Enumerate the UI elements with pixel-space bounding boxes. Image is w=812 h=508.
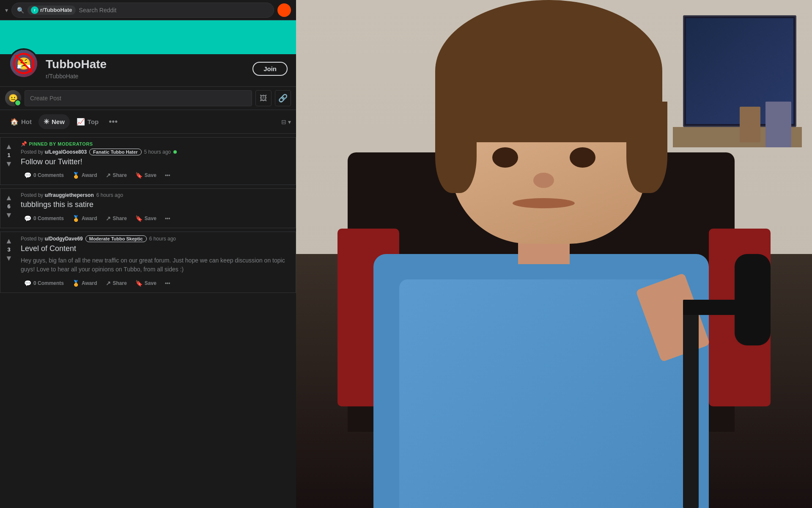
pinned-label: 📌 PINNED BY MODERATORS (21, 141, 93, 147)
upvote-button[interactable]: ▲ (5, 194, 13, 202)
sort-more-button[interactable]: ••• (105, 115, 121, 128)
comment-icon: 💬 (24, 280, 31, 287)
share-button[interactable]: ↗ Share (102, 213, 130, 224)
posts-container: ▲ 1 ▼ 📌 PINNED BY MODERATORS Posted by u… (0, 134, 296, 508)
post-title: Level of Content (21, 244, 292, 254)
post-title: Follow our Twitter! (21, 157, 292, 167)
online-indicator (173, 150, 177, 154)
share-icon: ↗ (106, 280, 111, 287)
link-icon[interactable]: 🔗 (275, 90, 291, 106)
award-button[interactable]: 🏅 Award (69, 169, 100, 181)
comments-button[interactable]: 💬 0 Comments (21, 277, 67, 289)
sort-bar: 🏠 Hot ✳ New 📈 Top ••• ⊟ ▾ (0, 110, 296, 134)
sort-new-button[interactable]: ✳ New (38, 114, 70, 129)
stream-content (296, 0, 812, 508)
post-actions: 💬 0 Comments 🏅 Award ↗ Share 🔖 Save (21, 277, 292, 289)
subreddit-pill: r r/TubboHate (27, 6, 76, 15)
save-icon: 🔖 (135, 172, 143, 179)
nav-user-avatar[interactable] (277, 3, 291, 17)
subreddit-pill-icon: r (31, 6, 38, 14)
downvote-button[interactable]: ▼ (5, 160, 13, 168)
sort-hot-button[interactable]: 🏠 Hot (5, 114, 37, 129)
post-author: Posted by u/frauggietheperson (21, 192, 94, 198)
streamer-scene (296, 0, 812, 508)
save-icon: 🔖 (135, 280, 143, 287)
vote-column: ▲ 1 ▼ (0, 141, 17, 181)
post-time: 6 hours ago (96, 192, 123, 198)
post-item[interactable]: ▲ 3 ▼ Posted by u/DodgyDave69 Moderate T… (0, 232, 296, 293)
top-nav: ▾ 🔍 r r/TubboHate Search Reddit (0, 0, 296, 20)
post-flair: Moderate Tubbo Skeptic (85, 235, 147, 242)
share-button[interactable]: ↗ Share (102, 277, 130, 289)
save-button[interactable]: 🔖 Save (132, 213, 160, 224)
post-author-meta: Posted by u/LegalGoose803 Fanatic Tubbo … (21, 149, 292, 155)
upvote-button[interactable]: ▲ (5, 143, 13, 150)
post-body-content: 📌 PINNED BY MODERATORS Posted by u/Legal… (21, 141, 292, 181)
person-nose (533, 173, 554, 188)
post-actions: 💬 0 Comments 🏅 Award ↗ Share 🔖 Save (21, 169, 292, 181)
save-button[interactable]: 🔖 Save (132, 169, 160, 181)
search-bar[interactable]: 🔍 r r/TubboHate Search Reddit (11, 3, 274, 18)
upvote-button[interactable]: ▲ (5, 237, 13, 245)
avatar-face-icon: 😐 (5, 90, 21, 106)
view-dropdown-icon: ▾ (288, 119, 291, 125)
comments-button[interactable]: 💬 0 Comments (21, 213, 67, 224)
award-icon: 🏅 (72, 172, 80, 179)
subreddit-info: TubboHate r/TubboHate (46, 58, 107, 80)
create-post-bar: 😐 🖼 🔗 (0, 86, 296, 110)
image-upload-icon[interactable]: 🖼 (255, 90, 272, 106)
award-icon: 🏅 (72, 215, 80, 222)
user-avatar: 😐 (5, 90, 21, 106)
vote-count: 1 (7, 152, 10, 158)
shelf-item-2 (740, 107, 760, 142)
post-author-meta: Posted by u/DodgyDave69 Moderate Tubbo S… (21, 235, 292, 242)
subreddit-banner (0, 20, 296, 54)
join-button[interactable]: Join (252, 62, 288, 76)
save-button[interactable]: 🔖 Save (132, 277, 160, 289)
vote-column: ▲ 3 ▼ (0, 235, 17, 289)
comments-button[interactable]: 💬 0 Comments (21, 169, 67, 181)
award-button[interactable]: 🏅 Award (69, 277, 100, 289)
post-meta: 📌 PINNED BY MODERATORS (21, 141, 292, 147)
person-right-eye (570, 147, 595, 168)
award-button[interactable]: 🏅 Award (69, 213, 100, 224)
subreddit-avatar: 😤 (8, 48, 39, 79)
subreddit-header: 😤 TubboHate r/TubboHate Join (0, 54, 296, 86)
view-options[interactable]: ⊟ ▾ (281, 119, 291, 125)
post-title: tubblings this is satire (21, 200, 292, 210)
search-placeholder[interactable]: Search Reddit (79, 7, 117, 14)
new-icon: ✳ (44, 118, 49, 126)
post-more-button[interactable]: ••• (162, 170, 174, 181)
sort-top-button[interactable]: 📈 Top (71, 114, 104, 129)
post-body-text: Hey guys, big fan of all the new traffic… (21, 256, 292, 274)
post-author: Posted by u/DodgyDave69 (21, 236, 83, 242)
share-button[interactable]: ↗ Share (102, 169, 130, 181)
reddit-panel: ▾ 🔍 r r/TubboHate Search Reddit 😤 (0, 0, 296, 508)
downvote-button[interactable]: ▼ (5, 254, 13, 262)
post-more-button[interactable]: ••• (162, 213, 174, 224)
post-item[interactable]: ▲ 6 ▼ Posted by u/frauggietheperson 6 ho… (0, 188, 296, 228)
create-post-input[interactable] (25, 90, 252, 106)
mic-stand (683, 305, 699, 508)
post-more-button[interactable]: ••• (162, 278, 174, 289)
mic-head (735, 254, 771, 345)
person-mouth (513, 198, 574, 208)
post-item[interactable]: ▲ 1 ▼ 📌 PINNED BY MODERATORS Posted by u… (0, 137, 296, 185)
share-icon: ↗ (106, 172, 111, 179)
post-time: 6 hours ago (149, 236, 176, 242)
save-icon: 🔖 (135, 215, 143, 222)
post-body-content: Posted by u/DodgyDave69 Moderate Tubbo S… (21, 235, 292, 289)
person-sweater (399, 279, 683, 508)
subreddit-name: TubboHate (46, 58, 107, 71)
post-time: 5 hours ago (144, 149, 171, 155)
vote-count: 3 (7, 246, 10, 253)
stream-panel (296, 0, 812, 508)
person-hair-left (435, 102, 477, 193)
vote-column: ▲ 6 ▼ (0, 192, 17, 224)
post-author-meta: Posted by u/frauggietheperson 6 hours ag… (21, 192, 292, 198)
award-icon: 🏅 (72, 280, 80, 287)
post-author: Posted by u/LegalGoose803 (21, 149, 87, 155)
nav-chevron-icon[interactable]: ▾ (5, 7, 8, 14)
downvote-button[interactable]: ▼ (5, 211, 13, 219)
comment-icon: 💬 (24, 215, 31, 222)
